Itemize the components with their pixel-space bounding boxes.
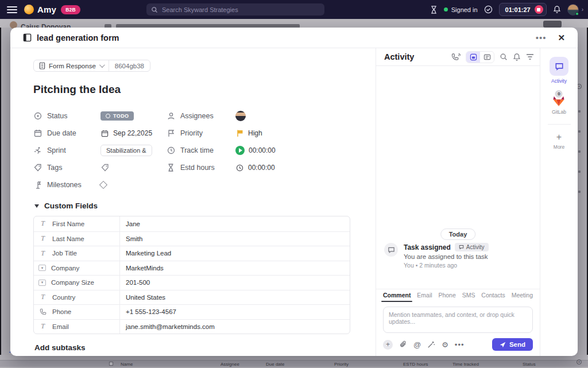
close-icon[interactable]: ✕ [553, 33, 570, 43]
field-value[interactable]: +1 555-123-4567 [120, 305, 350, 319]
tab-sms[interactable]: SMS [462, 289, 475, 302]
milestone-icon [33, 181, 42, 189]
priority-value[interactable]: High [235, 129, 262, 138]
app-logo[interactable] [24, 5, 34, 14]
bell-icon[interactable] [553, 5, 561, 14]
screen: Amy B2B Signed in 01:01: [0, 0, 588, 368]
add-milestone-icon[interactable] [99, 181, 107, 189]
field-value[interactable]: Jane [120, 216, 350, 231]
rail-item-activity[interactable]: Activity [550, 57, 568, 84]
composer-tabs: Comment Email Phone SMS Contacts Meeting [376, 289, 540, 302]
calendar-icon [100, 129, 109, 138]
backdrop-col-status: Status [523, 362, 536, 367]
field-value[interactable]: Smith [120, 232, 350, 246]
bell-icon[interactable] [513, 53, 521, 61]
gear-icon[interactable]: ⚙ [442, 341, 448, 348]
field-value[interactable]: MarketMinds [120, 261, 350, 276]
field-estd-hours: Estd hours 00:00:00 [167, 159, 276, 176]
backdrop-button-block [543, 21, 562, 28]
comment-input[interactable] [389, 311, 527, 328]
table-row: TEmail jane.smith@marketminds.com [34, 319, 350, 334]
start-timer-button[interactable] [235, 146, 245, 155]
backdrop-col-estd: ESTD hours [403, 362, 428, 367]
backdrop-col-priority: Priority [334, 362, 349, 367]
hourglass-icon[interactable] [430, 6, 438, 14]
more-icon[interactable]: ••• [455, 341, 465, 348]
plus-icon: + [556, 133, 562, 142]
due-date-value[interactable]: Sep 22,2025 [100, 129, 152, 138]
tab-contacts[interactable]: Contacts [481, 289, 505, 302]
tab-phone[interactable]: Phone [438, 289, 455, 302]
field-value[interactable]: Marketing Lead [120, 246, 350, 261]
task-fields: Status TODO Due date [33, 107, 359, 193]
text-field-icon: T [38, 219, 47, 228]
activity-event: Task assigned Activity You are assigned … [384, 243, 535, 269]
field-value[interactable]: United States [120, 290, 350, 305]
assignee-avatar[interactable] [235, 111, 246, 121]
table-row: ▾Company Size 201-500 [34, 275, 350, 290]
field-value[interactable]: jane.smith@marketminds.com [120, 320, 350, 334]
rail-item-more[interactable]: + More [554, 133, 564, 150]
backdrop-table-header: Name Assignee Due date Priority ESTD hou… [0, 360, 588, 367]
send-button[interactable]: Send [492, 338, 533, 351]
mention-icon[interactable]: @ [413, 340, 421, 349]
dropdown-field-icon: ▾ [38, 265, 46, 271]
status-ring-icon [106, 114, 110, 118]
phone-field-icon [38, 308, 47, 316]
comment-view-icon[interactable] [480, 52, 494, 63]
topbar-right: Signed in 01:01:27 › [430, 0, 583, 19]
add-icon[interactable]: + [383, 340, 393, 350]
search-icon[interactable] [500, 53, 508, 61]
stop-timer-button[interactable] [535, 5, 543, 14]
activity-view-switcher [466, 51, 494, 63]
custom-fields-toggle[interactable]: Custom Fields [34, 202, 359, 210]
activity-feed: Today Task assigned [376, 66, 540, 289]
hourglass-icon [167, 164, 175, 172]
gitlab-badge: 0 [555, 90, 563, 98]
add-tag-icon[interactable] [100, 164, 109, 172]
check-circle-icon[interactable] [484, 5, 493, 14]
custom-fields-table: TFirst Name Jane TLast Name Smith TJob T… [33, 216, 350, 334]
calendar-icon [33, 129, 42, 138]
person-icon [167, 112, 175, 121]
task-type-dropdown[interactable]: Form Response [34, 60, 109, 71]
field-priority: Priority High [167, 125, 276, 142]
activity-panel: Activity [376, 48, 540, 356]
search-input[interactable] [162, 6, 320, 13]
time-tracker[interactable]: 01:01:27 [499, 3, 547, 16]
modal-title: lead generation form [37, 33, 119, 42]
rail-item-gitlab[interactable]: 0 GitLab [552, 84, 566, 115]
backdrop-col-duedate: Due date [266, 362, 284, 367]
task-title[interactable]: Pitching the Idea [33, 83, 359, 96]
table-row: TJob Title Marketing Lead [34, 246, 350, 261]
sprint-value-chip[interactable]: Stabilization & [100, 145, 152, 156]
status-value-pill[interactable]: TODO [100, 111, 134, 121]
global-search[interactable] [146, 3, 324, 16]
attachment-icon[interactable] [399, 340, 407, 348]
ai-wand-icon[interactable] [427, 340, 435, 348]
field-status: Status TODO [33, 107, 167, 125]
event-badge: Activity [455, 243, 489, 251]
task-id[interactable]: 8604gb38 [109, 60, 150, 71]
more-options-icon[interactable]: ••• [529, 33, 554, 42]
event-message: You are assigned to this task [404, 253, 488, 260]
call-icon[interactable] [451, 53, 461, 61]
user-avatar[interactable] [567, 4, 579, 16]
menu-icon[interactable] [7, 6, 17, 13]
backdrop-plus-icon: + [577, 359, 582, 365]
search-icon [151, 6, 158, 13]
activity-header: Activity [376, 48, 540, 66]
tab-meeting[interactable]: Meeting [512, 289, 533, 302]
card-view-icon[interactable] [466, 52, 480, 63]
estd-hours-value[interactable]: 00:00:00 [235, 164, 275, 172]
brand-name: Amy [37, 5, 56, 14]
tracked-time-value[interactable]: 00:00:00 [249, 146, 276, 154]
presence-dot-icon [575, 12, 579, 16]
field-assignees: Assignees [167, 107, 276, 125]
comment-composer [383, 307, 533, 333]
field-value[interactable]: 201-500 [120, 276, 350, 290]
filter-icon[interactable] [526, 53, 534, 60]
chevron-right-icon[interactable]: › [582, 6, 583, 13]
tab-email[interactable]: Email [417, 289, 432, 302]
tab-comment[interactable]: Comment [383, 289, 411, 302]
